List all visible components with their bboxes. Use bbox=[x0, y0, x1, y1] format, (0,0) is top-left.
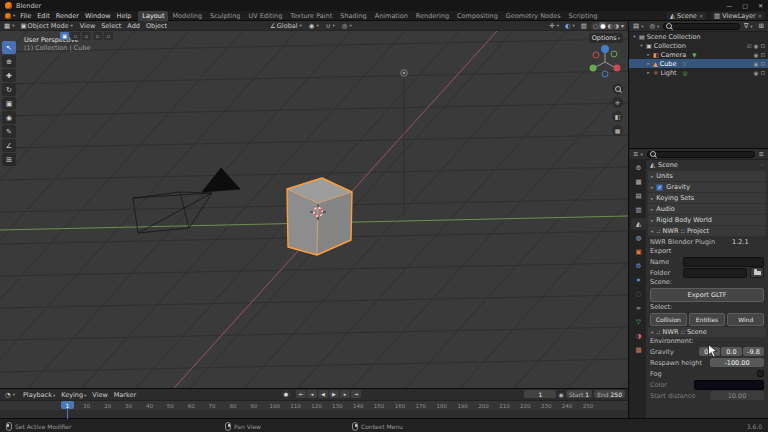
zoom-view-button[interactable] bbox=[612, 83, 623, 94]
timeline-editor-type-button[interactable]: ◔▾ bbox=[3, 390, 17, 399]
respawn-height-field[interactable]: -100.00 bbox=[710, 358, 764, 367]
disclosure-icon[interactable]: ▾ bbox=[639, 43, 644, 48]
gravity-y-field[interactable]: 0.0 bbox=[721, 347, 742, 356]
eye-toggle-icon[interactable]: ◉ bbox=[754, 70, 759, 76]
jump-to-start-button[interactable]: ⇤ bbox=[296, 390, 306, 398]
camera-toggle-icon[interactable]: ⊡ bbox=[760, 61, 765, 67]
camera-object[interactable] bbox=[133, 168, 240, 233]
outliner-filter-button[interactable]: ∇▾ bbox=[742, 22, 755, 31]
gizmo-y-neg[interactable] bbox=[611, 51, 617, 57]
measure-tool[interactable]: ∠ bbox=[2, 139, 16, 152]
outliner-row-cube[interactable]: ▸▲Cube▽◉⊡ bbox=[629, 59, 768, 68]
play-button[interactable]: ▶ bbox=[329, 390, 339, 398]
mode-selector[interactable]: ▣Object Mode▾ bbox=[18, 21, 74, 30]
properties-search-input[interactable] bbox=[647, 151, 755, 158]
tab-material[interactable]: ◑ bbox=[631, 330, 646, 342]
add-cube-tool[interactable]: ⊞ bbox=[2, 153, 16, 166]
new-collection-button[interactable]: ⊞ bbox=[757, 22, 766, 31]
properties-filter-button[interactable]: ≡ bbox=[757, 150, 766, 159]
timeline-menu-playback[interactable]: Playback▾ bbox=[20, 391, 58, 399]
properties-editor-type-button[interactable]: ≡▾ bbox=[631, 150, 645, 159]
maximize-button[interactable]: ▢ bbox=[742, 0, 748, 11]
outliner-row-camera[interactable]: ▸◧Camera▼◉⊡ bbox=[629, 50, 768, 59]
cursor-tool[interactable]: ⊕ bbox=[2, 55, 16, 68]
gizmo-y-axis[interactable] bbox=[590, 65, 597, 72]
menu-file[interactable]: File bbox=[17, 12, 34, 20]
toggle-perspective-button[interactable]: ▦ bbox=[612, 125, 623, 136]
proportional-editing-toggle[interactable]: ◎▾ bbox=[340, 21, 354, 30]
start-distance-field[interactable]: 10.00 bbox=[710, 391, 764, 400]
snap-toggle[interactable]: ∪▾ bbox=[324, 21, 337, 30]
shading-solid-button[interactable]: ● bbox=[599, 22, 606, 29]
panel-units[interactable]: ▸Units bbox=[648, 171, 766, 181]
transform-tool[interactable]: ◉ bbox=[2, 111, 16, 124]
checkbox-toggle-icon[interactable]: ☑ bbox=[747, 43, 752, 49]
workspace-tab-geometry-nodes[interactable]: Geometry Nodes bbox=[502, 11, 565, 21]
minimize-button[interactable]: — bbox=[726, 0, 732, 11]
workspace-tab-shading[interactable]: Shading bbox=[336, 11, 370, 21]
disclosure-icon[interactable]: ▸ bbox=[646, 61, 651, 66]
menu-window[interactable]: Window bbox=[82, 12, 114, 20]
eye-toggle-icon[interactable]: ◉ bbox=[754, 43, 759, 49]
workspace-tab-layout[interactable]: Layout bbox=[138, 11, 168, 21]
keying-icon[interactable]: ◉ bbox=[558, 391, 563, 398]
viewport-menu-object[interactable]: Object bbox=[143, 22, 170, 30]
scene-selector[interactable]: ◭ Scene ✕ bbox=[667, 12, 706, 20]
rotate-tool[interactable]: ↻ bbox=[2, 83, 16, 96]
annotate-tool[interactable]: ✎ bbox=[2, 125, 16, 138]
outliner-search-input[interactable] bbox=[663, 23, 740, 30]
viewport-3d[interactable]: ▦▾ ▣Object Mode▾ ViewSelectAddObject ∠Gl… bbox=[0, 21, 628, 388]
panel-nwr-scene[interactable]: ▾ .: NWR :: Scene bbox=[648, 327, 766, 337]
scale-tool[interactable]: ▣ bbox=[2, 97, 16, 110]
workspace-tab-animation[interactable]: Animation bbox=[371, 11, 412, 21]
tab-render[interactable]: ▦ bbox=[631, 176, 646, 188]
timeline-menu-marker[interactable]: Marker bbox=[111, 391, 139, 399]
next-keyframe-button[interactable]: ▸ bbox=[340, 390, 350, 398]
gizmo-z-axis[interactable] bbox=[601, 45, 609, 53]
shading-rendered-button[interactable]: ◑ bbox=[614, 22, 619, 29]
camera-view-button[interactable]: ◧ bbox=[612, 111, 623, 122]
camera-toggle-icon[interactable]: ⊡ bbox=[760, 43, 765, 49]
panel-keying-sets[interactable]: ▸Keying Sets bbox=[648, 193, 766, 203]
workspace-tab-uv-editing[interactable]: UV Editing bbox=[244, 11, 286, 21]
shading-dropdown[interactable]: ▾ bbox=[621, 22, 624, 29]
viewport-menu-add[interactable]: Add bbox=[124, 22, 143, 30]
options-button[interactable]: Options▾ bbox=[589, 33, 623, 43]
camera-toggle-icon[interactable]: ⊡ bbox=[760, 70, 765, 76]
disclosure-icon[interactable]: ▸ bbox=[646, 70, 651, 75]
light-object[interactable] bbox=[401, 70, 407, 216]
gravity-z-field[interactable]: -9.8 bbox=[743, 347, 764, 356]
panel-nwr-project[interactable]: ▾ .: NWR :: Project bbox=[648, 226, 766, 236]
select-collision-button[interactable]: Collision bbox=[650, 313, 687, 326]
current-frame-field[interactable]: 1 bbox=[524, 390, 556, 398]
prev-keyframe-button[interactable]: ◂ bbox=[307, 390, 317, 398]
tab-view-layer[interactable]: ▥ bbox=[631, 204, 646, 216]
tab-object[interactable]: ▣ bbox=[631, 246, 646, 258]
menu-help[interactable]: Help bbox=[114, 12, 135, 20]
tab-world[interactable]: ◍ bbox=[631, 232, 646, 244]
fog-checkbox[interactable] bbox=[757, 370, 764, 377]
tab-output[interactable]: ▤ bbox=[631, 190, 646, 202]
pivot-point-selector[interactable]: ◉▾ bbox=[307, 21, 321, 30]
start-frame-field[interactable]: Start1 bbox=[566, 390, 593, 398]
playhead-badge[interactable]: 1 bbox=[61, 401, 74, 409]
viewport-menu-select[interactable]: Select bbox=[98, 22, 124, 30]
tab-object-data[interactable]: ▽ bbox=[631, 316, 646, 328]
end-frame-field[interactable]: End250 bbox=[594, 390, 625, 398]
tab-texture[interactable]: ▩ bbox=[631, 344, 646, 356]
transform-orientation-selector[interactable]: ∠Global▾ bbox=[268, 21, 304, 30]
gizmo-x-neg[interactable] bbox=[593, 52, 599, 58]
gizmo-x-axis[interactable] bbox=[614, 65, 621, 72]
timeline-menu-keying[interactable]: Keying▾ bbox=[58, 391, 89, 399]
workspace-tab-modeling[interactable]: Modeling bbox=[168, 11, 206, 21]
viewport-menu-view[interactable]: View bbox=[77, 22, 98, 30]
select-subtract-mode-button[interactable]: ▫ bbox=[82, 32, 91, 40]
eye-toggle-icon[interactable]: ◉ bbox=[754, 52, 759, 58]
workspace-tab-sculpting[interactable]: Sculpting bbox=[206, 11, 244, 21]
eye-toggle-icon[interactable]: ◉ bbox=[754, 61, 759, 67]
name-input[interactable] bbox=[683, 257, 764, 267]
unlink-view-layer-icon[interactable]: ✕ bbox=[758, 13, 762, 19]
playhead-line[interactable] bbox=[67, 409, 68, 419]
blender-menu-button[interactable]: ▾ bbox=[3, 11, 17, 20]
menu-render[interactable]: Render bbox=[53, 12, 82, 20]
